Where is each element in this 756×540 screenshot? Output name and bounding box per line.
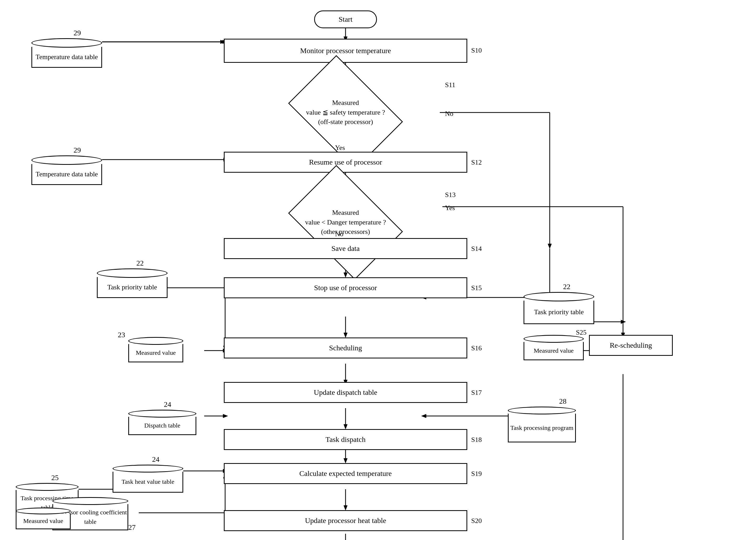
task-heat-table: 24 Task heat value table	[112, 455, 183, 493]
rescheduling-box: Re-scheduling	[589, 335, 673, 356]
measured-val-1: Measured value	[128, 337, 183, 362]
resched-text: Re-scheduling	[610, 341, 652, 349]
ttt-num: 25	[51, 473, 59, 482]
mv3-label: Measured value	[534, 347, 574, 354]
mv2-label: Measured value	[23, 517, 63, 525]
mv1-num: 23	[118, 331, 125, 339]
svg-marker-28	[344, 333, 347, 338]
s19-step: S19	[471, 470, 482, 478]
s12-text: Resume use of processor	[309, 158, 382, 166]
s15-text: Stop use of processor	[314, 284, 377, 292]
task-proc-prog: 28 Task processing program	[508, 397, 576, 443]
s13-step: S13	[445, 191, 455, 199]
tp1-label: Task priority table	[107, 283, 157, 291]
start-node: Start	[314, 10, 377, 28]
mv1-label: Measured value	[136, 349, 176, 356]
start-label: Start	[339, 15, 353, 24]
svg-marker-39	[344, 424, 347, 429]
task-priority-2: 22 Task priority table	[524, 283, 594, 324]
s17-box: Update dispatch table	[224, 382, 467, 403]
svg-marker-41	[421, 414, 426, 418]
s15-box: Stop use of processor	[224, 277, 467, 298]
s20-box: Update processor heat table	[224, 510, 467, 531]
temp-table-1: 29 Temperature data table	[31, 29, 102, 68]
s11-text: Measuredvalue ≦ safety temperature ?(off…	[306, 99, 385, 126]
s11-step: S11	[445, 81, 455, 89]
dt-label: Dispatch table	[144, 422, 180, 429]
s16-text: Scheduling	[329, 344, 362, 352]
s10-step: S10	[471, 47, 482, 55]
dispatch-table: 24 Dispatch table	[128, 400, 196, 435]
s19-text: Calculate expected temperature	[299, 470, 392, 478]
tht-label: Task heat value table	[121, 478, 174, 485]
s10-text: Monitor processor temperature	[300, 47, 391, 55]
svg-marker-37	[223, 414, 228, 418]
s17-step: S17	[471, 389, 482, 397]
s16-box: Scheduling	[224, 338, 467, 358]
s14-box: Save data	[224, 238, 467, 259]
s16-step: S16	[471, 344, 482, 352]
s20-step: S20	[471, 517, 482, 525]
tpp-label: Task processing program	[511, 423, 573, 433]
pc-num: 27	[128, 523, 136, 532]
temp2-label: Temperature data table	[36, 170, 98, 178]
svg-marker-23	[344, 273, 347, 277]
task-priority-1: 22 Task priority table	[97, 259, 168, 298]
dt-num: 24	[164, 400, 171, 409]
s15-step: S15	[471, 284, 482, 292]
s11-no: No	[445, 110, 453, 118]
s18-step: S18	[471, 436, 482, 444]
s10-box: Monitor processor temperature	[224, 39, 467, 63]
s14-step: S14	[471, 245, 482, 253]
s12-box: Resume use of processor	[224, 152, 467, 173]
s13-yes: Yes	[445, 204, 455, 212]
tp1-num: 22	[136, 259, 144, 267]
temp1-label: Temperature data table	[36, 53, 98, 61]
tp2-num: 22	[563, 283, 570, 291]
svg-marker-60	[621, 320, 626, 324]
s13-text: Measuredvalue < Danger temperature ?(oth…	[305, 209, 386, 235]
resched-num: S25	[576, 329, 586, 337]
s17-text: Update dispatch table	[314, 388, 378, 397]
s19-box: Calculate expected temperature	[224, 463, 467, 484]
s12-step: S12	[471, 159, 482, 166]
svg-marker-54	[344, 505, 347, 510]
measured-val-2: Measured value	[16, 507, 71, 529]
svg-marker-43	[344, 459, 347, 463]
tpp-num: 28	[559, 397, 566, 406]
temp1-num: 29	[74, 29, 81, 37]
s18-text: Task dispatch	[326, 435, 366, 444]
s18-box: Task dispatch	[224, 429, 467, 450]
s11-diamond: Measuredvalue ≦ safety temperature ?(off…	[251, 78, 440, 147]
tp2-label: Task priority table	[534, 308, 584, 316]
temp-table-2: 29 Temperature data table	[31, 146, 102, 185]
s14-text: Save data	[331, 244, 360, 253]
measured-val-3: Measured value	[524, 335, 584, 360]
svg-marker-10	[548, 244, 551, 248]
tht-num: 24	[152, 455, 159, 464]
temp2-num: 29	[74, 146, 81, 154]
s20-text: Update processor heat table	[305, 516, 386, 525]
s11-yes: Yes	[335, 144, 345, 152]
